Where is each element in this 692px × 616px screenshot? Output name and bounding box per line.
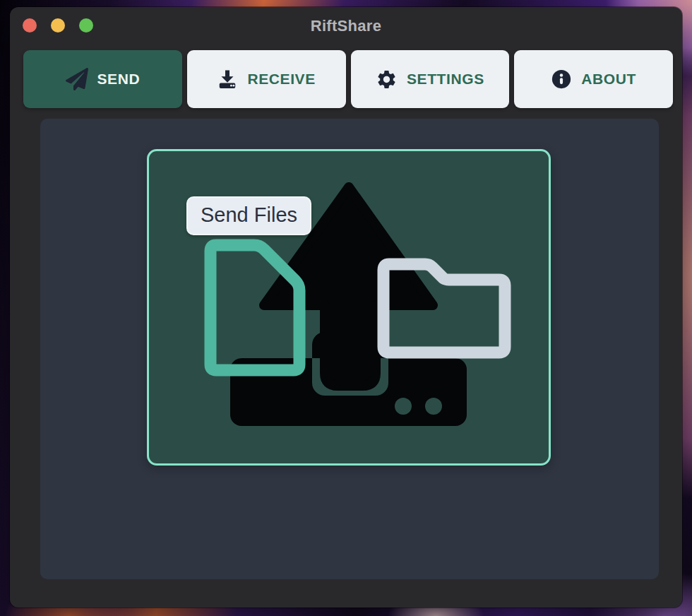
title-bar: RiftShare: [10, 7, 682, 44]
paper-plane-icon: [66, 68, 88, 90]
drive-light: [425, 398, 442, 415]
tab-send[interactable]: SEND: [23, 50, 182, 108]
content-panel: Send Files: [40, 119, 659, 579]
window-title: RiftShare: [10, 7, 682, 45]
app-window: RiftShare SEND RECEIVE SE: [10, 7, 682, 608]
tab-receive[interactable]: RECEIVE: [187, 50, 346, 108]
tab-label: ABOUT: [581, 71, 636, 88]
tab-label: SETTINGS: [407, 71, 484, 88]
file-drop-zone[interactable]: Send Files: [147, 149, 551, 466]
close-button[interactable]: [23, 18, 37, 32]
send-files-button[interactable]: Send Files: [186, 196, 311, 235]
drive-light: [395, 398, 412, 415]
download-icon: [217, 69, 238, 90]
tab-bar: SEND RECEIVE SETTINGS: [23, 50, 673, 108]
tab-settings[interactable]: SETTINGS: [351, 50, 510, 108]
minimize-button[interactable]: [51, 18, 65, 32]
tab-about[interactable]: ABOUT: [514, 50, 673, 108]
gear-icon: [376, 69, 398, 90]
tab-label: SEND: [97, 71, 141, 88]
zoom-button[interactable]: [79, 18, 93, 32]
traffic-lights: [23, 18, 93, 32]
tab-label: RECEIVE: [247, 71, 315, 88]
info-icon: [551, 69, 572, 90]
